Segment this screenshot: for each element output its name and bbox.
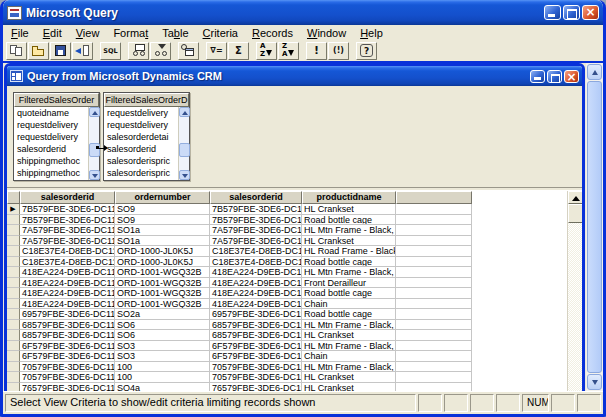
table-row[interactable]: 70579FBE-3DE6-DC11-4 100 70579FBE-3DE6-D…	[7, 372, 567, 383]
field-item[interactable]: shippingmethoc	[14, 167, 88, 179]
field-item[interactable]: requestdelivery	[14, 131, 88, 143]
table-row[interactable]: 68579FBE-3DE6-DC11-4 SO6 68579FBE-3DE6-D…	[7, 320, 567, 331]
child-close-button[interactable]	[564, 70, 579, 83]
row-selector[interactable]	[7, 236, 20, 247]
table-row[interactable]: 7A579FBE-3DE6-DC11- SO1a 7A579FBE-3DE6-D…	[7, 225, 567, 236]
minimize-button[interactable]	[544, 5, 561, 20]
row-selector[interactable]	[7, 225, 20, 236]
table-row[interactable]: 76579FBE-3DE6-DC11-4 SO4a 76579FBE-3DE6-…	[7, 383, 567, 392]
show-criteria-button[interactable]	[150, 42, 171, 60]
child-maximize-button[interactable]	[547, 70, 562, 83]
new-query-button[interactable]	[6, 42, 27, 60]
child-minimize-button[interactable]	[530, 70, 545, 83]
mdi-scroll-thumb[interactable]	[587, 81, 602, 373]
table-row[interactable]: 418EA224-D9EB-DC11- ORD-1001-WGQ32B 418E…	[7, 299, 567, 310]
scroll-down-icon[interactable]	[89, 170, 100, 180]
add-tables-button[interactable]	[178, 42, 199, 60]
row-selector[interactable]	[7, 309, 20, 320]
field-item[interactable]: salesorderispric	[104, 167, 178, 179]
menu-window[interactable]: Window	[300, 26, 353, 40]
scroll-up-icon[interactable]	[179, 107, 190, 117]
row-selector[interactable]	[7, 246, 20, 257]
return-data-button[interactable]	[72, 42, 93, 60]
row-selector[interactable]	[7, 257, 20, 268]
help-button[interactable]: ?	[356, 42, 377, 60]
row-selector[interactable]	[7, 320, 20, 331]
join-line[interactable]	[99, 148, 105, 149]
menu-file[interactable]: File	[4, 26, 36, 40]
table-row[interactable]: C18E37E4-D8EB-DC11- ORD-1000-JL0K5J C18E…	[7, 257, 567, 268]
sort-descending-button[interactable]	[278, 42, 299, 60]
scroll-up-icon[interactable]	[89, 107, 100, 117]
menu-table[interactable]: Table	[155, 26, 195, 40]
mdi-scroll-up-icon[interactable]	[587, 64, 602, 80]
field-item[interactable]: quoteidname	[14, 107, 88, 119]
title-bar[interactable]: Microsoft Query	[3, 0, 603, 25]
mdi-scroll-down-icon[interactable]	[587, 374, 602, 390]
row-selector[interactable]	[7, 330, 20, 341]
table-row[interactable]: 6F579FBE-3DE6-DC11-4 SO3 6F579FBE-3DE6-D…	[7, 351, 567, 362]
grid-scroll-up-icon[interactable]	[568, 191, 582, 204]
table-row[interactable]: 418EA224-D9EB-DC11- ORD-1001-WGQ32B 418E…	[7, 267, 567, 278]
cycle-totals-button[interactable]: Σ	[228, 42, 249, 60]
column-header[interactable]: salesorderid	[20, 191, 115, 204]
table-row[interactable]: 418EA224-D9EB-DC11- ORD-1001-WGQ32B 418E…	[7, 278, 567, 289]
child-title-bar[interactable]: Query from Microsoft Dynamics CRM	[7, 66, 582, 86]
table-row[interactable]: 418EA224-D9EB-DC11- ORD-1001-WGQ32B 418E…	[7, 288, 567, 299]
row-selector[interactable]	[7, 299, 20, 310]
query-now-button[interactable]: !	[306, 42, 327, 60]
field-list-scrollbar[interactable]	[178, 107, 189, 180]
show-tables-button[interactable]	[128, 42, 149, 60]
column-header[interactable]: salesorderid	[210, 191, 302, 204]
sort-ascending-button[interactable]	[256, 42, 277, 60]
close-button[interactable]	[582, 5, 599, 20]
table-row[interactable]: 7A579FBE-3DE6-DC11- SO1a 7A579FBE-3DE6-D…	[7, 236, 567, 247]
row-selector[interactable]	[7, 215, 20, 226]
table-row[interactable]: 69579FBE-3DE6-DC11-4 SO2a 69579FBE-3DE6-…	[7, 309, 567, 320]
scroll-thumb[interactable]	[179, 143, 190, 157]
row-selector[interactable]	[7, 288, 20, 299]
column-header[interactable]: productidname	[302, 191, 396, 204]
maximize-button[interactable]	[563, 5, 580, 20]
row-selector[interactable]: ▶	[7, 204, 20, 215]
menu-format[interactable]: Format	[106, 26, 155, 40]
field-item[interactable]: salesorderid	[14, 143, 88, 155]
row-selector[interactable]	[7, 383, 20, 392]
row-selector[interactable]	[7, 372, 20, 383]
menu-edit[interactable]: Edit	[36, 26, 69, 40]
table-row[interactable]: C18E37E4-D8EB-DC11- ORD-1000-JL0K5J C18E…	[7, 246, 567, 257]
field-item[interactable]: requestdelivery	[104, 119, 178, 131]
field-item[interactable]: salesorderdetai	[104, 131, 178, 143]
table-row[interactable]: 7B579FBE-3DE6-DC11- SO9 7B579FBE-3DE6-DC…	[7, 215, 567, 226]
save-query-button[interactable]	[50, 42, 71, 60]
field-item[interactable]: requestdelivery	[104, 107, 178, 119]
column-header[interactable]: ordernumber	[115, 191, 210, 204]
row-selector[interactable]	[7, 362, 20, 373]
row-selector[interactable]	[7, 267, 20, 278]
menu-records[interactable]: Records	[245, 26, 300, 40]
field-item[interactable]: shippingmethoc	[14, 155, 88, 167]
auto-query-button[interactable]: (!)	[328, 42, 349, 60]
column-header[interactable]	[396, 191, 472, 204]
scroll-down-icon[interactable]	[179, 170, 190, 180]
grid-vertical-scrollbar[interactable]	[567, 191, 582, 391]
field-list-title[interactable]: FilteredSalesOrder	[14, 93, 99, 107]
row-selector[interactable]	[7, 351, 20, 362]
table-row[interactable]: 6F579FBE-3DE6-DC11-4 SO3 6F579FBE-3DE6-D…	[7, 341, 567, 352]
menu-criteria[interactable]: Criteria	[196, 26, 245, 40]
table-row[interactable]: ▶ 7B579FBE-3DE6-DC11- SO9 7B579FBE-3DE6-…	[7, 204, 567, 215]
view-sql-button[interactable]: SQL	[100, 42, 121, 60]
field-item[interactable]: salesorderid	[104, 143, 178, 155]
field-item[interactable]: requestdelivery	[14, 119, 88, 131]
field-list-title[interactable]: FilteredSalesOrderD	[104, 93, 189, 107]
row-selector[interactable]	[7, 278, 20, 289]
field-item[interactable]: salesorderispric	[104, 155, 178, 167]
criteria-equals-button[interactable]: ∇=	[206, 42, 227, 60]
grid-scroll-thumb[interactable]	[568, 204, 582, 223]
table-row[interactable]: 68579FBE-3DE6-DC11-4 SO6 68579FBE-3DE6-D…	[7, 330, 567, 341]
row-selector[interactable]	[7, 341, 20, 352]
menu-help[interactable]: Help	[353, 26, 390, 40]
field-list-scrollbar[interactable]	[88, 107, 99, 180]
table-row[interactable]: 70579FBE-3DE6-DC11-4 100 70579FBE-3DE6-D…	[7, 362, 567, 373]
mdi-vertical-scrollbar[interactable]	[586, 63, 603, 391]
